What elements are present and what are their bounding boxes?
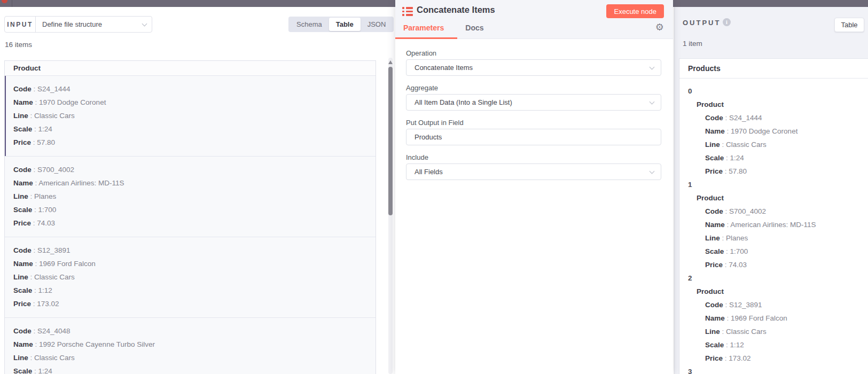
field-value: 1:24 <box>38 367 52 374</box>
key-value-line: Line : Classic Cars <box>5 270 376 284</box>
key-value-line: Name : 1970 Dodge Coronet <box>5 96 376 109</box>
key-value-separator: : <box>32 85 37 93</box>
field-value: S700_4002 <box>37 166 74 174</box>
field-value: 57.80 <box>37 138 55 146</box>
view-mode-json[interactable]: JSON <box>361 18 393 31</box>
key-value-line: Name : American Airlines: MD-11S <box>5 176 376 190</box>
field-key: Code <box>13 85 32 93</box>
key-value-line: Scale : 1:700 <box>5 203 376 216</box>
param-value: Concatenate Items <box>415 64 473 72</box>
chevron-down-icon <box>650 169 655 174</box>
table-row[interactable]: Code : S24_1444Name : 1970 Dodge Coronet… <box>5 76 376 157</box>
key-value-separator: : <box>28 354 34 362</box>
tab-parameters[interactable]: Parameters <box>403 24 444 38</box>
input-scrollbar-thumb[interactable] <box>388 67 393 215</box>
output-object-name: Product <box>688 98 868 111</box>
field-value: Planes <box>34 192 56 200</box>
key-value-separator: : <box>31 138 37 146</box>
node-tabs: ParametersDocs <box>403 24 484 38</box>
key-value-separator: : <box>32 166 37 174</box>
field-key: Price <box>705 261 723 269</box>
param-label: Operation <box>406 49 661 57</box>
key-value-line: Scale : 1:24 <box>5 364 376 374</box>
field-key: Scale <box>13 125 32 133</box>
view-mode-schema[interactable]: Schema <box>290 18 329 31</box>
key-value-separator: : <box>32 206 38 214</box>
key-value-separator: : <box>723 354 729 362</box>
field-key: Code <box>13 166 32 174</box>
param-put-output-in-field-input[interactable]: Products <box>406 129 661 145</box>
param-operation-select[interactable]: Concatenate Items <box>406 59 661 76</box>
field-key: Line <box>705 234 720 242</box>
table-row[interactable]: Code : S700_4002Name : American Airlines… <box>5 157 376 237</box>
field-value: 1969 Ford Falcon <box>731 314 787 322</box>
output-object-name: Product <box>688 191 868 205</box>
input-source-select[interactable]: Define file structure <box>36 17 152 32</box>
key-value-line: Price : 173.02 <box>688 352 868 365</box>
key-value-line: Scale : 1:700 <box>688 245 868 258</box>
table-row[interactable]: Code : S12_3891Name : 1969 Ford FalconLi… <box>5 237 376 318</box>
key-value-separator: : <box>725 221 731 229</box>
field-value: Classic Cars <box>34 273 75 281</box>
field-key: Name <box>705 127 725 135</box>
key-value-separator: : <box>723 301 729 309</box>
field-key: Price <box>13 300 31 308</box>
key-value-line: Code : S12_3891 <box>688 298 868 311</box>
field-key: Code <box>13 246 32 254</box>
key-value-line: Price : 57.80 <box>5 136 376 149</box>
input-source-box: INPUT Define file structure <box>4 16 152 33</box>
key-value-line: Line : Classic Cars <box>688 138 868 151</box>
key-value-separator: : <box>720 141 726 149</box>
field-key: Price <box>13 138 31 146</box>
input-items-count: 16 items <box>5 41 32 49</box>
key-value-separator: : <box>33 179 39 187</box>
key-value-separator: : <box>725 127 731 135</box>
table-row[interactable]: Code : S24_4048Name : 1992 Porsche Cayen… <box>5 318 376 374</box>
key-value-line: Line : Planes <box>688 231 868 245</box>
field-value: Classic Cars <box>34 112 75 120</box>
execute-node-button[interactable]: Execute node <box>606 4 664 18</box>
key-value-line: Name : 1970 Dodge Coronet <box>688 124 868 138</box>
gear-icon[interactable]: ⚙ <box>655 22 664 32</box>
key-value-line: Name : American Airlines: MD-11S <box>688 218 868 231</box>
input-data-table: Product Code : S24_1444Name : 1970 Dodge… <box>4 60 376 374</box>
field-key: Code <box>705 301 723 309</box>
field-value: Planes <box>726 234 748 242</box>
output-items-count: 1 item <box>683 40 702 48</box>
key-value-line: Code : S700_4002 <box>5 163 376 176</box>
key-value-line: Price : 74.03 <box>5 216 376 230</box>
output-tree: 0ProductCode : S24_1444Name : 1970 Dodge… <box>679 79 868 374</box>
field-value: 1:700 <box>730 247 748 255</box>
key-value-separator: : <box>720 234 726 242</box>
field-key: Code <box>705 207 723 215</box>
param-value: Products <box>415 133 442 141</box>
output-item-index: 0 <box>688 84 868 98</box>
field-value: Classic Cars <box>726 328 767 336</box>
field-key: Name <box>13 340 33 348</box>
param-label: Aggregate <box>406 84 661 92</box>
key-value-separator: : <box>32 286 38 294</box>
param-aggregate-select[interactable]: All Item Data (Into a Single List) <box>406 94 661 111</box>
field-key: Line <box>705 328 720 336</box>
param-include-select[interactable]: All Fields <box>406 163 661 180</box>
field-key: Code <box>13 327 32 335</box>
field-key: Price <box>705 354 723 362</box>
field-value: American Airlines: MD-11S <box>38 179 124 187</box>
output-data-table: Products 0ProductCode : S24_1444Name : 1… <box>679 58 868 374</box>
output-item-index: 1 <box>688 178 868 191</box>
top-bar-divider <box>12 0 12 7</box>
output-view-mode-button[interactable]: Table <box>834 18 864 32</box>
view-mode-table[interactable]: Table <box>329 18 361 31</box>
tab-docs[interactable]: Docs <box>465 24 483 38</box>
field-value: 173.02 <box>729 354 750 362</box>
field-value: American Airlines: MD-11S <box>730 221 816 229</box>
info-icon[interactable]: i <box>723 18 731 26</box>
key-value-separator: : <box>28 273 34 281</box>
key-value-separator: : <box>33 98 39 106</box>
param-value: All Item Data (Into a Single List) <box>415 98 512 106</box>
key-value-separator: : <box>32 125 38 133</box>
scroll-up-arrow-icon[interactable] <box>388 60 393 64</box>
field-key: Line <box>13 192 28 200</box>
node-settings-panel: Concatenate Items Execute node ⚙ Paramet… <box>395 0 673 374</box>
input-panel-title: INPUT <box>5 17 36 32</box>
